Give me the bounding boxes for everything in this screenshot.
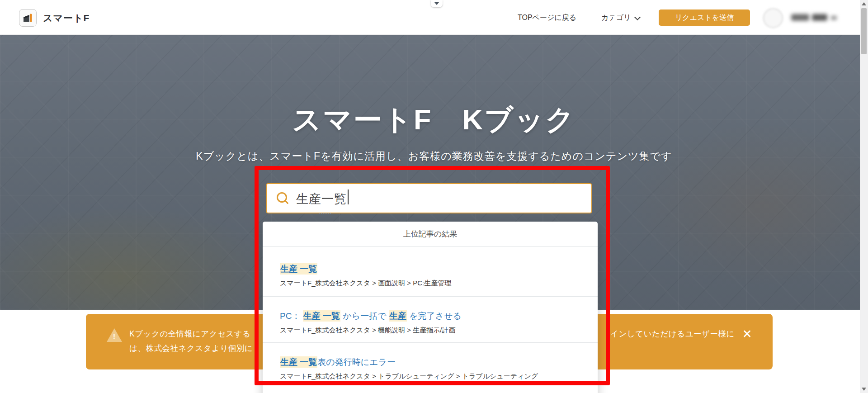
banner-close-icon[interactable] [742,329,751,338]
highlighted-term: 生産 一覧 [303,310,340,322]
search-result-row[interactable]: 生産 一覧 スマートF_株式会社ネクスタ > 画面説明 > PC:生産管理 [263,247,598,297]
collapse-toolbar-tab[interactable] [431,0,443,7]
search-icon-handle [284,200,289,204]
top-navigation-bar: スマートF TOPページに戻る カテゴリ リクエストを送信 [0,0,860,35]
brand[interactable]: スマートF [19,9,90,27]
search-input[interactable]: 生産一覧 [266,183,592,213]
result-breadcrumb: スマートF_株式会社ネクスタ > 画面説明 > PC:生産管理 [280,279,580,288]
spellcheck-underline [319,213,331,214]
smartf-logo-icon [19,9,37,27]
scrollbar-thumb[interactable] [861,8,867,54]
send-request-button[interactable]: リクエストを送信 [659,9,750,26]
search-result-row[interactable]: PC： 生産 一覧 から一括で 生産 を完了させる スマートF_株式会社ネクスタ… [263,297,598,343]
hero-subtitle: Kブックとは、スマートFを有効に活用し、お客様の業務改善を支援するためのコンテン… [0,149,868,163]
result-breadcrumb: スマートF_株式会社ネクスタ > 機能説明 > 生産指示/計画 [280,326,580,335]
banner-text-line1-left: Kブックの全情報にアクセスする [129,328,251,339]
factory-logo-glyph [22,12,34,24]
text-caret [348,189,349,204]
highlighted-term: 生産 一覧 [280,356,317,368]
user-menu-chevron-redacted [831,16,837,20]
title-text: PC： [280,311,303,321]
vertical-scrollbar[interactable] [860,0,868,393]
highlighted-term: 生産 一覧 [280,263,317,275]
highlighted-term: 生産 [389,310,407,322]
nav-category-label: カテゴリ [601,13,631,23]
nav-link-back-to-top[interactable]: TOPページに戻る [518,13,576,23]
warning-exclamation: ! [113,332,115,340]
page: スマートF Kブック Kブックとは、スマートFを有効に活用し、お客様の業務改善を… [0,0,868,393]
brand-name: スマートF [43,12,90,24]
title-text: から一括で [340,311,389,321]
title-text: を完了させる [407,311,462,321]
scrollbar-down-arrow-icon[interactable] [862,388,866,391]
chevron-down-icon [634,14,640,20]
result-title-link[interactable]: 生産 一覧 [280,263,580,275]
search-result-row[interactable]: 生産 一覧表の発行時にエラー スマートF_株式会社ネクスタ > トラブルシューテ… [263,343,598,393]
user-name-redacted [812,14,827,21]
banner-text-line1-right: インしていただけるユーザー様に [610,328,735,339]
result-title-link[interactable]: PC： 生産 一覧 から一括で 生産 を完了させる [280,310,580,322]
hero-title: スマートF Kブック [0,100,868,139]
scrollbar-up-arrow-icon[interactable] [862,2,866,5]
nav-category-menu[interactable]: カテゴリ [601,13,640,23]
title-text: 表の発行時にエラー [317,357,396,367]
result-breadcrumb: スマートF_株式会社ネクスタ > トラブルシューティング > トラブルシューティ… [280,372,580,381]
user-name-redacted [791,14,809,21]
banner-text-line2-left: は、株式会社ネクスタより個別に [129,343,253,354]
result-title-link[interactable]: 生産 一覧表の発行時にエラー [280,356,580,368]
arrow-down-icon [434,2,439,5]
search-results-dropdown: 上位記事の結果 生産 一覧 スマートF_株式会社ネクスタ > 画面説明 > PC… [263,222,598,393]
user-avatar[interactable] [763,8,783,28]
results-header: 上位記事の結果 [263,222,598,247]
search-query-text: 生産一覧 [296,191,347,207]
